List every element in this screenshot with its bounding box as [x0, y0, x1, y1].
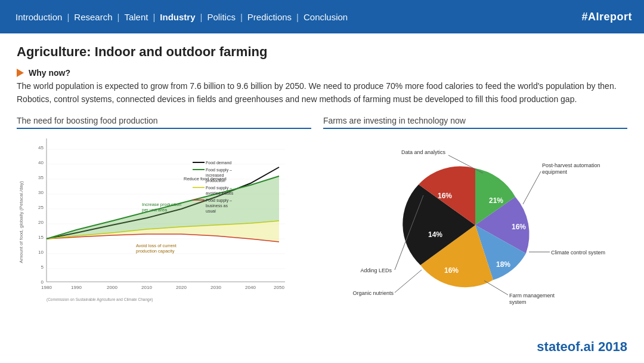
svg-text:usual: usual: [206, 209, 216, 213]
svg-text:Food supply –: Food supply –: [206, 168, 232, 173]
svg-text:Increase production: Increase production: [142, 202, 181, 207]
svg-text:1980: 1980: [41, 285, 52, 290]
svg-text:Food supply –: Food supply –: [206, 186, 232, 190]
why-now-label: Why now?: [29, 68, 70, 78]
nav-item-conclusion[interactable]: Conclusion: [300, 12, 351, 22]
line-chart-area: Amount of food, globally (Petacal./day) …: [17, 133, 297, 312]
svg-text:1990: 1990: [71, 285, 82, 290]
nav-item-politics[interactable]: Politics: [203, 12, 239, 22]
svg-text:15: 15: [38, 235, 44, 240]
stateof-footer: stateof.ai 2018: [537, 339, 627, 355]
svg-text:Organic nutrients: Organic nutrients: [352, 290, 394, 296]
line-chart-container: The need for boosting food production Am…: [17, 115, 311, 312]
svg-text:2010: 2010: [141, 285, 152, 290]
svg-text:equipment: equipment: [542, 169, 568, 175]
svg-line-64: [484, 281, 508, 295]
nav-item-talent[interactable]: Talent: [120, 12, 151, 22]
svg-text:Data and analytics: Data and analytics: [401, 149, 446, 155]
svg-text:per unit area: per unit area: [142, 207, 168, 213]
line-chart-svg: Amount of food, globally (Petacal./day) …: [17, 133, 297, 312]
svg-text:system: system: [509, 299, 527, 305]
main-content: Agriculture: Indoor and outdoor farming …: [0, 33, 644, 318]
svg-text:increased: increased: [206, 173, 224, 177]
svg-text:Climate control system: Climate control system: [551, 250, 605, 256]
triangle-icon: [17, 69, 24, 77]
pie-chart-area: 21% 16% 18% 16% 14% 16% Data and analyti…: [323, 133, 627, 312]
svg-text:20: 20: [38, 220, 44, 225]
svg-text:25: 25: [38, 205, 44, 210]
svg-text:10: 10: [38, 250, 44, 255]
svg-text:Food supply –: Food supply –: [206, 198, 232, 203]
svg-text:16%: 16%: [444, 266, 459, 275]
svg-text:2030: 2030: [210, 285, 221, 290]
svg-text:avoided losses: avoided losses: [206, 191, 234, 195]
pie-chart-title: Farms are investing in technology now: [323, 116, 627, 129]
svg-text:Farm management: Farm management: [509, 293, 555, 299]
nav-item-industry[interactable]: Industry: [156, 12, 199, 22]
svg-text:18%: 18%: [496, 260, 510, 269]
svg-text:Amount of food, globally (Peta: Amount of food, globally (Petacal./day): [18, 181, 24, 263]
nav-item-research[interactable]: Research: [70, 12, 116, 22]
charts-section: The need for boosting food production Am…: [17, 115, 627, 312]
svg-text:45: 45: [38, 145, 44, 150]
svg-text:16%: 16%: [512, 223, 526, 231]
svg-line-59: [523, 171, 541, 204]
svg-text:0: 0: [41, 279, 44, 285]
line-chart-title: The need for boosting food production: [17, 116, 311, 129]
svg-text:21%: 21%: [489, 196, 503, 205]
svg-text:5: 5: [41, 264, 44, 270]
nav-item-introduction[interactable]: Introduction: [12, 12, 66, 22]
hashtag-label: #AIreport: [581, 11, 632, 23]
header: Introduction | Research | Talent | Indus…: [0, 0, 644, 33]
svg-text:40: 40: [38, 160, 44, 165]
svg-text:14%: 14%: [428, 230, 442, 239]
svg-text:production: production: [206, 179, 225, 183]
pie-chart-container: Farms are investing in technology now: [323, 115, 627, 312]
why-now-section: Why now? The world population is expecte…: [17, 68, 627, 106]
page-title: Agriculture: Indoor and outdoor farming: [17, 44, 627, 60]
svg-text:Adding LEDs: Adding LEDs: [360, 267, 392, 273]
nav-links: Introduction | Research | Talent | Indus…: [12, 12, 351, 22]
svg-text:(Commission on Sustainable Agr: (Commission on Sustainable Agriculture a…: [47, 297, 153, 302]
svg-text:35: 35: [38, 175, 44, 180]
nav-item-predictions[interactable]: Predictions: [244, 12, 295, 22]
svg-text:16%: 16%: [438, 192, 452, 200]
why-now-header: Why now?: [17, 68, 627, 78]
svg-text:production capacity: production capacity: [136, 248, 175, 254]
svg-text:2000: 2000: [107, 285, 117, 290]
svg-text:2050: 2050: [274, 285, 284, 290]
svg-text:2020: 2020: [176, 285, 187, 290]
pie-chart-svg: 21% 16% 18% 16% 14% 16% Data and analyti…: [323, 133, 627, 312]
svg-line-67: [395, 270, 422, 293]
svg-text:2040: 2040: [245, 285, 256, 290]
svg-text:Post-harvest automation: Post-harvest automation: [542, 162, 600, 168]
why-now-text: The world population is expected to grow…: [17, 80, 619, 106]
svg-text:business as: business as: [206, 204, 228, 208]
svg-text:Food demand: Food demand: [206, 161, 231, 165]
svg-text:Avoid loss of current: Avoid loss of current: [136, 243, 177, 248]
svg-text:30: 30: [38, 190, 44, 195]
